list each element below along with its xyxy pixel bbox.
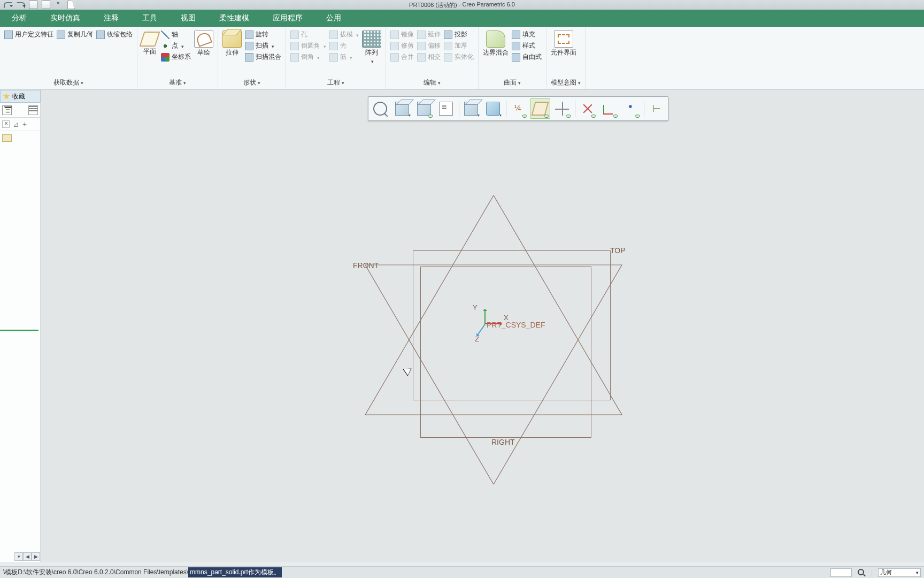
ribbon-column: 旋转扫描扫描混合 xyxy=(245,29,281,63)
insert-indicator xyxy=(0,330,38,331)
ribbon-cmd[interactable]: 用户定义特征 xyxy=(4,29,53,40)
graphics-viewport[interactable]: ▾▾▾ TOP FRONT RIGHT Y X Z PRT_CSYS_DEF xyxy=(41,90,924,562)
group-label[interactable]: 曲面 xyxy=(483,77,542,89)
group-label[interactable]: 编辑 xyxy=(390,77,474,89)
ribbon-cmd[interactable]: 复制几何 xyxy=(57,29,93,40)
toolbar-csys-disp-button[interactable] xyxy=(599,98,619,119)
ribbon-cmd[interactable]: 填充 xyxy=(512,29,542,40)
plane-disp-icon xyxy=(532,102,549,116)
ribbon-cmd-sketch[interactable]: 草绘 xyxy=(194,29,213,57)
tab-simulation[interactable]: 实时仿真 xyxy=(38,10,92,27)
named-views-icon xyxy=(395,102,409,116)
redo-button[interactable] xyxy=(16,1,25,9)
ribbon-cmd[interactable]: 点 xyxy=(161,40,191,51)
title-bar: PRT0006 (活动的) - Creo Parametric 6.0 xyxy=(0,0,924,10)
tab-apps[interactable]: 应用程序 xyxy=(261,10,314,27)
ribbon-cmd-pattern[interactable]: 阵列 xyxy=(362,29,381,65)
star-icon xyxy=(3,93,10,100)
regen-button[interactable] xyxy=(29,1,37,9)
ribbon-cmd-extrude[interactable]: 拉伸 xyxy=(222,29,242,57)
tab-view[interactable]: 视图 xyxy=(169,10,207,27)
bblend-icon xyxy=(486,31,505,48)
toolbar-refit-button[interactable] xyxy=(370,98,390,119)
freestyle-icon xyxy=(512,53,520,62)
toolbar-plane-disp-button[interactable] xyxy=(530,98,550,119)
tab-analysis[interactable]: 分析 xyxy=(0,10,38,27)
panel-menu-button[interactable] xyxy=(2,105,12,115)
ribbon-cmd[interactable]: 收缩包络 xyxy=(96,29,133,40)
ribbon-group: 孔倒圆角倒角拔模壳筋阵列工程 xyxy=(286,27,386,89)
toolbar-disp-style-button[interactable]: ▾ xyxy=(461,98,481,119)
selection-filter[interactable]: 几何▾ xyxy=(878,568,921,577)
scroll-left-button[interactable]: ◀ xyxy=(23,552,32,561)
toolbar-point-disp-button[interactable] xyxy=(577,98,597,119)
merge-icon xyxy=(390,53,399,62)
eye-icon xyxy=(566,115,571,118)
ribbon-cmd: 拔模 xyxy=(329,29,359,40)
model-tree[interactable] xyxy=(0,131,40,147)
ribbon-column: 拔模壳筋 xyxy=(329,29,359,63)
tree-filter-button[interactable] xyxy=(28,105,38,115)
tab-annotate[interactable]: 注释 xyxy=(92,10,130,27)
toolbar-disp-style2-button[interactable]: ▾ xyxy=(483,98,503,119)
toolbar-named-views-button[interactable]: ▾ xyxy=(392,98,412,119)
group-label[interactable]: 形状 xyxy=(222,77,281,89)
udf-icon xyxy=(4,31,13,39)
toolbar-axis-disp-button[interactable] xyxy=(552,98,572,119)
windows-button[interactable] xyxy=(42,1,50,9)
ribbon-cmd-plane[interactable]: 平面 xyxy=(142,29,158,56)
solidify-icon xyxy=(444,53,452,62)
find-icon[interactable] xyxy=(857,568,866,577)
ribbon-cmd-bblend[interactable]: 边界混合 xyxy=(483,29,509,57)
ribbon-cmd[interactable]: 样式 xyxy=(512,40,542,51)
ribbon-cmd[interactable]: 坐标系 xyxy=(161,51,191,63)
datum-plane-right[interactable] xyxy=(349,195,638,484)
tab-common[interactable]: 公用 xyxy=(314,10,353,27)
new-button[interactable] xyxy=(67,1,75,9)
tab-flex[interactable]: 柔性建模 xyxy=(207,10,261,27)
eye-icon xyxy=(635,115,640,118)
scroll-right-button[interactable]: ▶ xyxy=(32,552,40,561)
close-tab-button[interactable] xyxy=(2,120,10,128)
scroll-prev-button[interactable]: ▾ xyxy=(14,552,23,561)
ribbon-cmd[interactable]: 扫描 xyxy=(245,40,281,51)
pt-icon xyxy=(161,42,170,50)
ribbon-cmd[interactable]: 投影 xyxy=(444,29,474,40)
ribbon-cmd[interactable]: 轴 xyxy=(161,29,191,40)
group-label[interactable]: 获取数据 xyxy=(4,77,133,89)
tab-tools[interactable]: 工具 xyxy=(130,10,169,27)
ribbon-cmd: 修剪 xyxy=(390,40,414,51)
pin-tab-button[interactable]: ⊿ xyxy=(13,120,19,128)
favorites-label: 收藏 xyxy=(12,92,25,101)
toolbar-model-tree-button[interactable] xyxy=(646,98,666,119)
find-input[interactable] xyxy=(830,568,852,577)
group-label[interactable]: 工程 xyxy=(290,77,381,89)
toolbar-annot-disp-button[interactable] xyxy=(508,98,528,119)
ribbon-cmd-compui[interactable]: 元件界面 xyxy=(551,29,576,57)
axis-label-y: Y xyxy=(473,303,478,311)
toolbar-pt-disp-button[interactable] xyxy=(621,98,641,119)
shrink-icon xyxy=(96,31,105,39)
disp-style2-icon xyxy=(486,102,500,116)
group-label[interactable]: 模型意图 xyxy=(551,77,581,89)
refit-icon xyxy=(373,102,387,116)
undo-button[interactable] xyxy=(3,1,12,9)
ribbon-cmd[interactable]: 自由式 xyxy=(512,51,542,63)
ribbon-cmd[interactable]: 旋转 xyxy=(245,29,281,40)
add-tab-button[interactable]: + xyxy=(22,120,27,128)
ribbon-cmd[interactable]: 扫描混合 xyxy=(245,51,281,63)
eye-icon xyxy=(522,115,527,118)
ribbon-cmd: 倒角 xyxy=(290,51,326,63)
ribbon-tabs: 分析 实时仿真 注释 工具 视图 柔性建模 应用程序 公用 xyxy=(0,10,924,27)
toolbar-layers-button[interactable] xyxy=(436,98,456,119)
model-tree-panel: ⊿ + ▾ ◀ ▶ xyxy=(0,103,41,562)
panel-toolbar xyxy=(0,103,40,118)
group-label[interactable]: 基准 xyxy=(142,77,213,89)
toolbar-view-manager-button[interactable] xyxy=(414,98,434,119)
close-window-button[interactable] xyxy=(55,1,63,9)
thicken-icon xyxy=(444,42,452,50)
ribbon-cmd: 孔 xyxy=(290,29,326,40)
csys-icon xyxy=(161,53,170,62)
favorites-panel-header[interactable]: 收藏 xyxy=(0,90,41,103)
mirror-icon xyxy=(390,31,399,39)
